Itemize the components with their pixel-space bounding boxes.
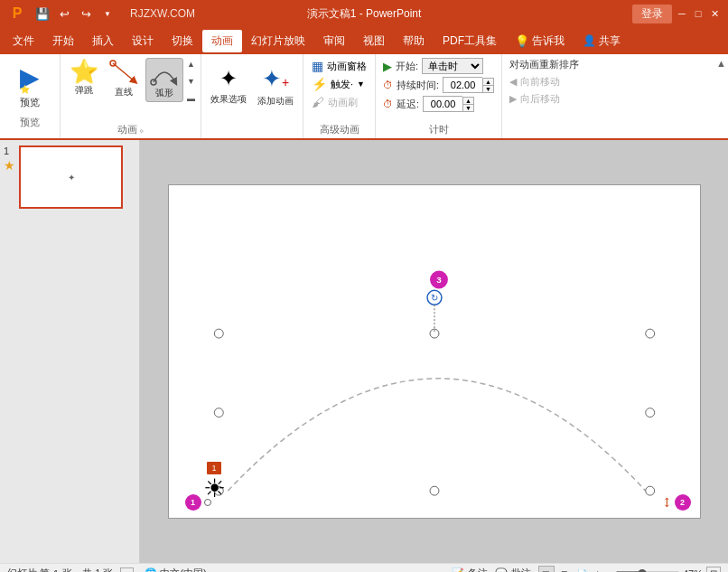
- status-slide-number: 1: [53, 568, 59, 573]
- animation-arc[interactable]: 弧形: [145, 58, 183, 102]
- slide-canvas[interactable]: 3 ↻ 1 ☀ 1 ⤡ 2: [168, 184, 701, 519]
- preview-group-label: 预览: [20, 114, 40, 131]
- menu-help[interactable]: 帮助: [394, 30, 434, 52]
- reorder-items: ◀ 向前移动 ▶ 向后移动: [509, 75, 579, 138]
- menu-animation[interactable]: 动画: [202, 30, 242, 52]
- menu-review[interactable]: 审阅: [314, 30, 354, 52]
- trigger-label: 触发·: [331, 78, 353, 91]
- animation-group-text: 动画: [117, 123, 137, 136]
- menu-design[interactable]: 设计: [123, 30, 163, 52]
- brush-label: 动画刷: [328, 96, 358, 109]
- start-play-icon: ▶: [383, 60, 392, 73]
- status-right: 📝 备注 💬 批注 ▣ ⊞ 📄 ▶ 47% ⊡: [452, 566, 721, 573]
- animation-line[interactable]: 直线: [106, 58, 142, 100]
- anim-point-1-handle[interactable]: [204, 499, 211, 506]
- slide-thumbnail[interactable]: ✦: [19, 145, 123, 209]
- menu-share[interactable]: 👤共享: [574, 30, 630, 52]
- pane-icon: ▦: [312, 59, 323, 73]
- ribbon-group-animation: ⭐ 弹跳 直线: [61, 54, 201, 138]
- trigger-button[interactable]: ⚡ 触发· ▼: [309, 76, 369, 92]
- anim-scroll-up[interactable]: ▲: [187, 60, 195, 69]
- move-forward-button[interactable]: ◀ 向前移动: [509, 75, 579, 89]
- save-button[interactable]: 💾: [33, 4, 52, 23]
- slide-list-item: 1 ★ ✦: [4, 145, 135, 209]
- animation-pane-button[interactable]: ▦ 动画窗格: [309, 58, 369, 74]
- maximize-button[interactable]: □: [692, 7, 705, 20]
- status-bar: 幻灯片 第 1 张，共 1 张 ▭ 🌐 中文(中国) 📝 备注 💬 批注 ▣ ⊞…: [0, 563, 728, 572]
- anim-badge-1: 1: [207, 462, 221, 474]
- menu-view[interactable]: 视图: [354, 30, 394, 52]
- duration-down[interactable]: ▼: [482, 85, 494, 93]
- handle-top-left[interactable]: [214, 329, 223, 338]
- ribbon-collapse-button[interactable]: ▲: [716, 58, 726, 69]
- effects-items: ✦ 效果选项 ✦+ 添加动画: [207, 58, 297, 135]
- timing-start-row: ▶ 开始: 单击时: [383, 58, 494, 74]
- end-arrow: ⤡: [658, 493, 677, 511]
- menu-file[interactable]: 文件: [4, 30, 43, 52]
- animation-group-label: 动画 ⬦: [66, 121, 195, 138]
- animation-nav: ▲ ▼ ▬: [187, 58, 195, 103]
- menu-transition[interactable]: 切换: [163, 30, 202, 52]
- login-button[interactable]: 登录: [632, 5, 672, 23]
- close-button[interactable]: ✕: [708, 7, 721, 20]
- anim-point-1[interactable]: 1: [185, 494, 201, 511]
- animation-group-arrow[interactable]: ⬦: [139, 126, 144, 135]
- timing-group-label: 计时: [383, 121, 494, 138]
- menu-home[interactable]: 开始: [43, 30, 83, 52]
- menu-slideshow[interactable]: 幻灯片放映: [242, 30, 314, 52]
- normal-view-button[interactable]: ▣: [538, 566, 555, 573]
- notes-button[interactable]: 📝 备注: [452, 567, 488, 572]
- move-backward-button[interactable]: ▶ 向后移动: [509, 92, 579, 106]
- menu-tellme[interactable]: 💡告诉我: [506, 30, 574, 52]
- brush-icon: 🖌: [312, 95, 324, 109]
- comments-button[interactable]: 💬 批注: [495, 567, 531, 572]
- customize-quick-access[interactable]: ▼: [98, 4, 117, 23]
- handle-bot-center[interactable]: [430, 486, 439, 495]
- anim-scroll-down[interactable]: ▼: [187, 77, 195, 86]
- slide-sorter-button[interactable]: ⊞: [556, 566, 573, 573]
- forward-icon: ◀: [509, 76, 517, 88]
- anim-point-2[interactable]: 2: [675, 494, 691, 511]
- trigger-icon: ⚡: [312, 77, 327, 91]
- anim-brush-button[interactable]: 🖌 动画刷: [309, 94, 369, 110]
- zoom-value: 47%: [683, 568, 703, 573]
- ribbon-group-preview: ▶⭐ 预览 预览: [0, 54, 61, 138]
- jump-label: 弹跳: [75, 84, 93, 97]
- duration-input[interactable]: 02.00: [443, 77, 482, 93]
- add-anim-icon: ✦+: [262, 65, 289, 93]
- zoom-thumb[interactable]: [638, 569, 647, 573]
- delay-input[interactable]: 00.00: [423, 96, 462, 112]
- menu-pdf[interactable]: PDF工具集: [434, 30, 506, 52]
- handle-mid-right[interactable]: [645, 408, 654, 417]
- ribbon: ▶⭐ 预览 预览 ⭐ 弹跳 直线: [0, 54, 728, 140]
- anim-point-2-container: ⤡ 2: [662, 494, 691, 511]
- status-slide-total: 张，共 1 张: [62, 567, 113, 572]
- reading-view-button[interactable]: 📄: [574, 566, 591, 573]
- slideshow-button[interactable]: ▶: [593, 566, 609, 573]
- redo-button[interactable]: ↪: [76, 4, 96, 23]
- anim-point-3[interactable]: [430, 270, 448, 288]
- handle-top-right[interactable]: [645, 329, 654, 338]
- menu-insert[interactable]: 插入: [83, 30, 123, 52]
- handle-mid-left[interactable]: [214, 408, 223, 417]
- effects-options-button[interactable]: ✦ 效果选项: [207, 58, 250, 114]
- handle-top-center[interactable]: [430, 329, 439, 338]
- timing-duration-row: ⏱ 持续时间: 02.00 ▲ ▼: [383, 77, 494, 93]
- add-animation-button[interactable]: ✦+ 添加动画: [254, 58, 297, 114]
- zoom-control: 47% ⊡: [616, 567, 721, 573]
- anim-expand[interactable]: ▬: [187, 94, 195, 103]
- delay-down[interactable]: ▼: [462, 104, 474, 112]
- handle-bot-right[interactable]: [645, 486, 654, 495]
- minimize-button[interactable]: ─: [676, 7, 688, 20]
- timing-items: ▶ 开始: 单击时 ⏱ 持续时间: 02.00 ▲ ▼: [383, 58, 494, 121]
- preview-icon: ▶⭐: [20, 62, 40, 94]
- duration-input-group: 02.00 ▲ ▼: [443, 77, 494, 93]
- delay-label: 延迟:: [397, 98, 419, 111]
- undo-button[interactable]: ↩: [54, 4, 74, 23]
- start-select[interactable]: 单击时: [422, 58, 483, 74]
- animation-jump[interactable]: ⭐ 弹跳: [66, 58, 102, 98]
- rotation-handle[interactable]: [427, 290, 442, 305]
- preview-button[interactable]: ▶⭐ 预览: [7, 58, 52, 114]
- fit-slide-button[interactable]: ⊡: [706, 567, 721, 573]
- timing-delay-row: ⏱ 延迟: 00.00 ▲ ▼: [383, 96, 494, 112]
